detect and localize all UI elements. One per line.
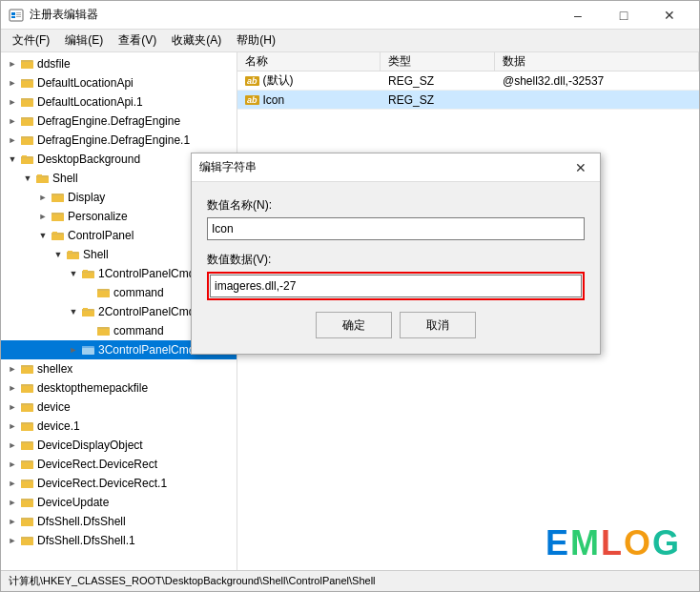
tree-label: 2ControlPanelCmd: [98, 305, 195, 318]
tree-item-defragengine1[interactable]: ► DefragEngine.DefragEngine.1: [1, 131, 237, 150]
svg-rect-70: [21, 422, 27, 424]
svg-rect-82: [21, 499, 27, 500]
menu-favorites[interactable]: 收藏夹(A): [164, 31, 229, 51]
expand-icon: ▼: [66, 304, 81, 319]
tree-item-devicerect1[interactable]: ► DeviceRect.DeviceRect.1: [1, 474, 237, 493]
tree-label: device: [37, 400, 71, 414]
expand-icon: ►: [35, 190, 51, 205]
folder-icon: [20, 418, 35, 434]
menu-edit[interactable]: 编辑(E): [57, 31, 111, 51]
data-input[interactable]: [210, 275, 582, 297]
svg-rect-33: [51, 213, 57, 214]
svg-rect-68: [21, 405, 33, 412]
minimize-button[interactable]: –: [556, 1, 600, 30]
tree-label: DeviceRect.DeviceRect: [37, 458, 157, 471]
tree-item-ddsfile[interactable]: ► ddsfile: [1, 54, 237, 73]
expand-icon: ►: [5, 380, 20, 396]
expand-icon: ►: [81, 323, 96, 338]
tree-item-device[interactable]: ► device: [1, 398, 237, 417]
svg-rect-49: [97, 291, 110, 297]
main-window: 注册表编辑器 – □ ✕ 文件(F) 编辑(E) 查看(V) 收藏夹(A) 帮助…: [0, 0, 700, 592]
dialog-close-button[interactable]: ✕: [569, 156, 592, 179]
svg-rect-52: [82, 311, 94, 316]
svg-rect-4: [16, 14, 21, 15]
table-row[interactable]: ab (默认) REG_SZ @shell32.dll,-32537: [237, 71, 699, 91]
data-label: 数值数据(V):: [207, 252, 585, 268]
tree-item-defaultlocationapi1[interactable]: ► DefaultLocationApi.1: [1, 92, 237, 112]
svg-rect-77: [21, 462, 33, 469]
tree-label: DeviceDisplayObject: [37, 439, 143, 452]
folder-icon: [20, 457, 35, 472]
tree-item-defragengine[interactable]: ► DefragEngine.DefragEngine: [1, 112, 237, 131]
expand-icon: ►: [35, 209, 51, 224]
ab-icon: ab: [245, 95, 259, 105]
cancel-button[interactable]: 取消: [400, 312, 476, 338]
tree-item-desktopthemepackfile[interactable]: ► desktopthemepackfile: [1, 378, 237, 398]
right-header: 名称 类型 数据: [237, 52, 699, 71]
status-bar: 计算机\HKEY_CLASSES_ROOT\DesktopBackground\…: [1, 570, 699, 591]
expand-icon: ▼: [20, 171, 35, 186]
tree-item-shellex[interactable]: ► shellex: [1, 359, 237, 378]
svg-rect-79: [21, 480, 27, 481]
tree-label: DefaultLocationApi: [37, 76, 134, 90]
expand-icon: ►: [5, 361, 20, 377]
svg-rect-71: [21, 424, 33, 431]
name-input[interactable]: [207, 217, 585, 240]
folder-open-icon: [20, 152, 35, 167]
tree-item-devicerect[interactable]: ► DeviceRect.DeviceRect: [1, 455, 237, 474]
row-name-value: Icon: [263, 93, 285, 107]
svg-rect-46: [83, 270, 88, 272]
folder-icon: [20, 476, 35, 491]
svg-rect-37: [51, 235, 64, 240]
tree-label: 1ControlPanelCmd: [98, 267, 195, 280]
svg-rect-83: [21, 500, 33, 507]
expand-icon: ►: [5, 438, 20, 453]
folder-icon: [20, 399, 35, 415]
tree-item-defaultlocationapi[interactable]: ► DefaultLocationApi: [1, 73, 237, 92]
svg-rect-67: [21, 403, 27, 405]
tree-label: shellex: [37, 362, 72, 376]
status-path: 计算机\HKEY_CLASSES_ROOT\DesktopBackground\…: [9, 574, 376, 588]
col-data-header: 数据: [495, 52, 699, 71]
tree-item-device1[interactable]: ► device.1: [1, 417, 237, 436]
svg-rect-80: [21, 481, 33, 488]
svg-rect-76: [21, 460, 27, 462]
menu-help[interactable]: 帮助(H): [229, 31, 283, 51]
svg-rect-20: [21, 138, 33, 145]
window-title: 注册表编辑器: [30, 7, 98, 23]
emlog-watermark: E M L O G: [546, 523, 681, 563]
folder-open-icon: [66, 247, 81, 262]
close-button[interactable]: ✕: [648, 1, 691, 30]
svg-rect-74: [21, 443, 33, 450]
svg-rect-7: [21, 60, 27, 62]
svg-rect-55: [97, 327, 103, 329]
expand-icon: ►: [5, 457, 20, 472]
menu-file[interactable]: 文件(F): [5, 31, 57, 51]
tree-item-deviceupdate[interactable]: ► DeviceUpdate: [1, 493, 237, 512]
svg-rect-85: [21, 518, 27, 520]
dialog-title-bar: 编辑字符串 ✕: [192, 153, 600, 182]
svg-rect-45: [82, 273, 94, 278]
expand-icon: ►: [5, 94, 20, 110]
menu-view[interactable]: 查看(V): [111, 31, 164, 51]
folder-icon: [20, 75, 35, 91]
svg-rect-16: [21, 117, 27, 119]
tree-item-devicedisplayobject[interactable]: ► DeviceDisplayObject: [1, 436, 237, 455]
expand-icon: ►: [5, 495, 20, 510]
tree-label: DesktopBackground: [37, 153, 140, 166]
table-row[interactable]: ab Icon REG_SZ: [237, 91, 699, 110]
maximize-button[interactable]: □: [602, 1, 646, 30]
cell-name: ab (默认): [237, 72, 381, 89]
folder-icon: [20, 361, 35, 377]
tree-label: device.1: [37, 419, 80, 433]
tree-item-dfsshell1[interactable]: ► DfsShell.DfsShell.1: [1, 531, 237, 550]
ok-button[interactable]: 确定: [316, 312, 392, 338]
svg-rect-19: [21, 136, 27, 138]
tree-item-dfsshell[interactable]: ► DfsShell.DfsShell: [1, 512, 237, 531]
tree-label: desktopthemepackfile: [37, 381, 148, 395]
folder-open-icon: [81, 266, 96, 281]
svg-rect-64: [21, 384, 27, 386]
emlog-letter-l: L: [601, 523, 624, 563]
value-data-section: 数值数据(V):: [207, 252, 585, 300]
svg-rect-42: [68, 251, 72, 253]
